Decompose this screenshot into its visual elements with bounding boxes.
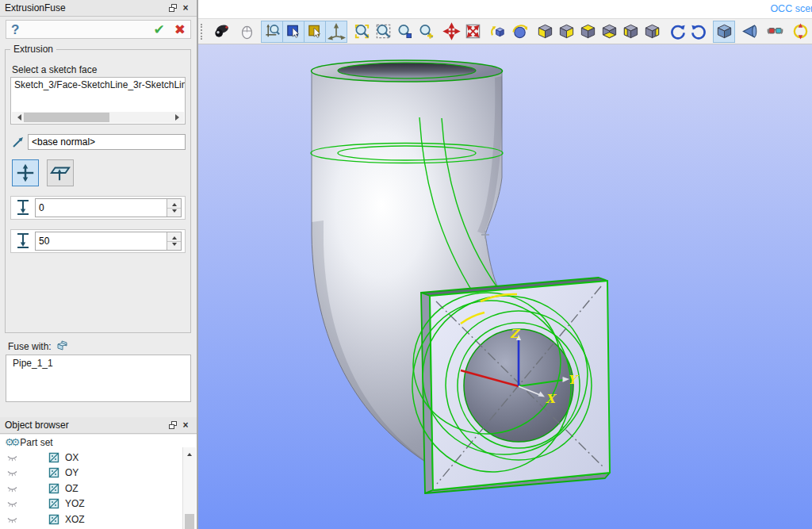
application-window: ExtrusionFuse × ? ✔ ✖ Extrusion Select a… <box>0 0 812 529</box>
object-browser-titlebar: Object browser × <box>0 417 197 434</box>
toolbar-grip[interactable] <box>201 24 205 40</box>
tree-item-oz[interactable]: OZ <box>0 481 197 496</box>
scrollbar-thumb[interactable] <box>185 514 194 529</box>
scrollbar-thumb[interactable] <box>24 113 109 122</box>
eye-closed-icon[interactable] <box>6 499 21 508</box>
viewport-3d[interactable]: Z X Y <box>198 44 812 529</box>
spinner-buttons[interactable] <box>167 232 181 250</box>
plane-icon <box>48 482 62 495</box>
rotation-icon[interactable] <box>509 21 530 42</box>
fuse-with-label: Fuse with: <box>8 341 52 352</box>
select-rect-blue-icon[interactable] <box>283 21 304 42</box>
select-rect-yellow-icon[interactable] <box>304 21 325 42</box>
vertical-scrollbar[interactable] <box>182 447 196 529</box>
interaction-style-icon[interactable] <box>211 21 232 42</box>
scroll-left-icon[interactable] <box>12 112 23 123</box>
object-tree: ⚙⚙ Part set OXOYOZYOZXOZ <box>0 435 197 529</box>
panel-controls: ? ✔ ✖ <box>6 20 191 39</box>
panel-title: ExtrusionFuse <box>5 2 167 13</box>
groupbox-title: Extrusion <box>10 44 56 55</box>
horizontal-scrollbar[interactable] <box>12 112 184 123</box>
offset-row <box>10 196 186 220</box>
perspective-cone-icon[interactable] <box>739 21 760 42</box>
sketch-face-label: Select a sketch face <box>12 64 97 75</box>
object-browser-title: Object browser <box>5 420 167 431</box>
float-icon[interactable] <box>167 2 179 13</box>
offset-value-field[interactable] <box>36 199 167 217</box>
extrusion-panel-titlebar: ExtrusionFuse × <box>0 0 197 17</box>
pan-icon[interactable] <box>441 21 462 42</box>
fit-all-icon[interactable] <box>351 21 372 42</box>
close-icon[interactable]: × <box>179 420 192 431</box>
fit-area-icon[interactable] <box>373 21 393 42</box>
zoom-probe-icon[interactable] <box>262 21 282 42</box>
apply-button[interactable]: ✔ <box>154 23 165 36</box>
float-icon[interactable] <box>167 420 179 431</box>
rotate-ccw-icon[interactable] <box>667 21 688 42</box>
plane-icon <box>48 513 62 526</box>
spin-down-icon[interactable] <box>167 209 181 217</box>
spinner-buttons[interactable] <box>167 199 181 217</box>
sketch-face-list[interactable]: Sketch_3/Face-SketchLine_3r-SketchLine_4… <box>10 77 186 125</box>
view-front-icon[interactable] <box>534 21 555 42</box>
spin-up-icon[interactable] <box>167 232 181 242</box>
cancel-button[interactable]: ✖ <box>174 23 186 36</box>
tree-item-yoz[interactable]: YOZ <box>0 496 197 512</box>
plane-icon <box>48 497 62 510</box>
eye-closed-icon[interactable] <box>6 484 21 493</box>
trihedron-icon[interactable] <box>326 21 347 42</box>
solids-stack-icon <box>56 339 69 355</box>
size-spinbox[interactable] <box>35 232 182 251</box>
to-size-icon <box>14 197 32 219</box>
viewer-area: OCC scene <box>198 0 812 529</box>
occ-scene[interactable]: Z X Y <box>198 44 812 529</box>
view-bottom-icon[interactable] <box>599 21 619 42</box>
plane-icon <box>48 466 62 479</box>
gears-icon: ⚙⚙ <box>5 436 17 448</box>
scroll-right-icon[interactable] <box>173 112 184 123</box>
tree-item-oy[interactable]: OY <box>0 466 197 481</box>
plane-icon <box>48 451 62 464</box>
eye-closed-icon[interactable] <box>6 468 21 477</box>
spin-down-icon[interactable] <box>167 242 181 251</box>
fuse-item[interactable]: Pipe_1_1 <box>6 355 190 371</box>
view-back-icon[interactable] <box>556 21 576 42</box>
to-size-icon <box>14 231 32 252</box>
rotate-cw-icon[interactable] <box>688 21 709 42</box>
offset-spinbox[interactable] <box>35 198 182 217</box>
sync-views-icon[interactable] <box>790 21 810 42</box>
mouse-binding-icon[interactable] <box>236 21 257 42</box>
fuse-with-row: Fuse with: <box>8 339 69 354</box>
by-sizes-toggle[interactable] <box>12 159 39 186</box>
view-left-icon[interactable] <box>620 21 641 42</box>
isometric-view-icon[interactable] <box>714 21 734 42</box>
global-pan-icon[interactable] <box>462 21 483 42</box>
view-top-icon[interactable] <box>577 21 598 42</box>
extrusion-panel: ExtrusionFuse × ? ✔ ✖ Extrusion Select a… <box>0 0 198 529</box>
scroll-up-icon[interactable] <box>183 447 196 458</box>
help-button[interactable]: ? <box>11 23 19 36</box>
viewer-title-strip: OCC scene <box>198 0 812 19</box>
zoom-selection-icon[interactable] <box>394 21 415 42</box>
rotate-point-icon[interactable] <box>488 21 508 42</box>
fuse-with-list[interactable]: Pipe_1_1 <box>6 355 191 402</box>
close-icon[interactable]: × <box>179 2 192 13</box>
eye-closed-icon[interactable] <box>6 515 21 524</box>
base-normal-row <box>10 134 186 150</box>
by-planes-toggle[interactable] <box>47 159 74 186</box>
tree-item-ox[interactable]: OX <box>0 450 197 465</box>
viewer-title: OCC scene <box>770 3 812 14</box>
direction-arrow-icon <box>10 134 28 150</box>
eye-closed-icon[interactable] <box>6 453 21 462</box>
tree-item-part-set[interactable]: ⚙⚙ Part set <box>0 435 197 450</box>
spin-up-icon[interactable] <box>167 199 181 209</box>
stereo-glasses-icon[interactable] <box>764 21 785 42</box>
zoom-icon[interactable] <box>416 21 436 42</box>
size-row <box>10 229 186 253</box>
view-right-icon[interactable] <box>642 21 662 42</box>
viewer-toolbar <box>198 19 812 44</box>
tree-item-xoz[interactable]: XOZ <box>0 512 197 527</box>
size-value-field[interactable] <box>36 232 167 250</box>
sketch-face-item[interactable]: Sketch_3/Face-SketchLine_3r-SketchLine_4… <box>11 78 185 92</box>
base-normal-field[interactable] <box>28 134 186 150</box>
